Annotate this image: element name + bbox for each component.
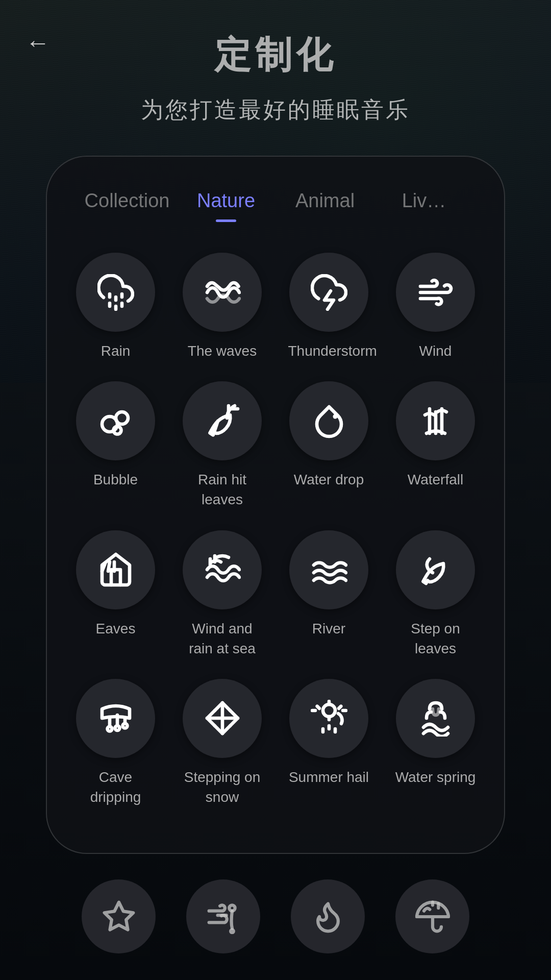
tab-living[interactable]: Liv… — [374, 185, 473, 222]
grid-item-water-drop[interactable]: Water drop — [281, 381, 377, 509]
grid-item-river[interactable]: River — [281, 530, 377, 658]
wind-sea-icon — [183, 530, 262, 609]
svg-point-42 — [231, 929, 234, 933]
svg-point-12 — [333, 414, 337, 419]
bubble-icon — [76, 381, 155, 460]
grid-item-rain-leaves[interactable]: Rain hit leaves — [174, 381, 270, 509]
svg-point-29 — [323, 704, 335, 717]
bottom-nav — [46, 864, 505, 969]
eaves-label: Eaves — [96, 619, 136, 639]
back-button[interactable]: ← — [26, 31, 50, 55]
nav-favorites[interactable] — [82, 879, 156, 953]
rain-leaves-label: Rain hit leaves — [182, 470, 263, 509]
grid-item-snow[interactable]: Stepping on snow — [174, 679, 270, 807]
grid-item-waves[interactable]: The waves — [174, 253, 270, 361]
svg-point-26 — [122, 724, 127, 728]
water-spring-label: Water spring — [395, 767, 476, 787]
grid-item-eaves[interactable]: Eaves — [67, 530, 164, 658]
snow-icon — [183, 679, 262, 758]
bubble-label: Bubble — [93, 470, 138, 489]
rain-leaves-icon — [183, 381, 262, 460]
grid-item-bubble[interactable]: Bubble — [67, 381, 164, 509]
svg-point-7 — [116, 412, 128, 424]
tab-collection[interactable]: Collection — [78, 185, 177, 222]
nav-wind-chime[interactable] — [186, 879, 260, 953]
svg-line-32 — [317, 706, 319, 708]
water-drop-icon — [289, 381, 368, 460]
grid-item-thunderstorm[interactable]: Thunderstorm — [281, 253, 377, 361]
grid-item-cave-drip[interactable]: Cave dripping — [67, 679, 164, 807]
thunderstorm-icon — [289, 253, 368, 332]
waves-label: The waves — [188, 341, 257, 361]
water-spring-icon — [396, 679, 475, 758]
svg-marker-39 — [104, 902, 133, 929]
step-leaves-icon — [396, 530, 475, 609]
waves-icon — [183, 253, 262, 332]
river-label: River — [312, 619, 345, 639]
grid-item-waterfall[interactable]: Waterfall — [387, 381, 484, 509]
waterfall-icon — [396, 381, 475, 460]
river-icon — [289, 530, 368, 609]
grid-item-step-leaves[interactable]: Step on leaves — [387, 530, 484, 658]
summer-hail-icon — [289, 679, 368, 758]
phone-frame: Collection Nature Animal Liv… — [46, 156, 505, 854]
svg-point-8 — [113, 426, 121, 434]
svg-line-33 — [339, 706, 341, 708]
summer-hail-label: Summer hail — [289, 767, 369, 787]
cave-drip-icon — [76, 679, 155, 758]
water-drop-label: Water drop — [294, 470, 364, 489]
grid-item-water-spring[interactable]: Water spring — [387, 679, 484, 807]
waterfall-label: Waterfall — [408, 470, 463, 489]
svg-line-17 — [108, 562, 110, 571]
thunderstorm-label: Thunderstorm — [288, 341, 370, 361]
tab-animal[interactable]: Animal — [276, 185, 374, 222]
tabs-container: Collection Nature Animal Liv… — [47, 157, 504, 237]
tab-nature[interactable]: Nature — [177, 185, 276, 222]
eaves-icon — [76, 530, 155, 609]
svg-point-22 — [107, 727, 112, 731]
nav-fire[interactable] — [291, 879, 365, 953]
page-subtitle: 为您打造最好的睡眠音乐 — [141, 95, 410, 125]
grid-item-wind-sea[interactable]: Wind and rain at sea — [174, 530, 270, 658]
grid-item-wind[interactable]: Wind — [387, 253, 484, 361]
rain-label: Rain — [101, 341, 131, 361]
page-title: 定制化 — [214, 31, 337, 80]
grid-item-summer-hail[interactable]: Summer hail — [281, 679, 377, 807]
step-leaves-label: Step on leaves — [395, 619, 477, 658]
nav-rain-umbrella[interactable] — [395, 879, 469, 953]
snow-label: Stepping on snow — [182, 767, 263, 807]
wind-sea-label: Wind and rain at sea — [182, 619, 263, 658]
grid-item-rain[interactable]: Rain — [67, 253, 164, 361]
cave-drip-label: Cave dripping — [75, 767, 157, 807]
wind-label: Wind — [419, 341, 452, 361]
wind-icon — [396, 253, 475, 332]
rain-icon — [76, 253, 155, 332]
sound-grid: Rain The waves — [47, 237, 504, 822]
svg-point-24 — [115, 726, 119, 730]
